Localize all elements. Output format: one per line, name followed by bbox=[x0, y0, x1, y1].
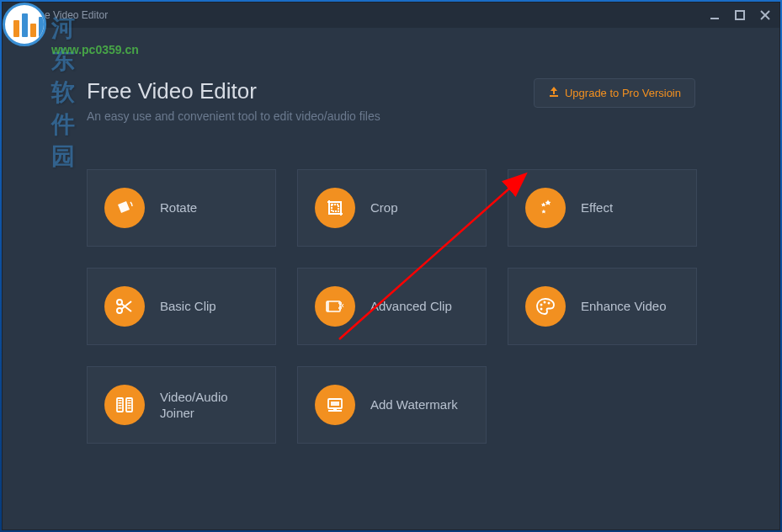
advanced-clip-tile[interactable]: Advanced Clip bbox=[297, 268, 487, 345]
svg-point-12 bbox=[117, 308, 122, 313]
svg-rect-30 bbox=[119, 407, 122, 409]
watermark-icon bbox=[315, 385, 355, 425]
upgrade-label: Upgrade to Pro Versioin bbox=[565, 87, 681, 99]
svg-rect-33 bbox=[128, 405, 131, 407]
svg-point-11 bbox=[117, 300, 122, 305]
page-subtitle: An easy use and convenient tool to edit … bbox=[87, 109, 695, 123]
crop-icon bbox=[315, 188, 355, 228]
svg-rect-34 bbox=[128, 407, 131, 409]
basic-clip-tile[interactable]: Basic Clip bbox=[87, 268, 276, 345]
svg-rect-31 bbox=[128, 400, 131, 402]
svg-rect-27 bbox=[119, 400, 122, 402]
svg-point-22 bbox=[544, 301, 546, 304]
tile-label: Advanced Clip bbox=[370, 298, 452, 315]
advanced-clip-icon bbox=[315, 286, 355, 327]
svg-marker-0 bbox=[13, 12, 19, 19]
rotate-tile[interactable]: Rotate bbox=[87, 169, 276, 247]
tile-label: Video/Audio Joiner bbox=[160, 389, 258, 422]
content-area: Free Video Editor An easy use and conven… bbox=[3, 28, 779, 529]
titlebar: Free Video Editor bbox=[3, 3, 779, 28]
scissors-icon bbox=[104, 286, 145, 327]
rotate-icon bbox=[104, 188, 145, 228]
svg-rect-2 bbox=[736, 11, 744, 19]
tile-label: Basic Clip bbox=[160, 298, 216, 315]
close-button[interactable] bbox=[758, 8, 773, 23]
crop-tile[interactable]: Crop bbox=[297, 169, 487, 247]
enhance-video-tile[interactable]: Enhance Video bbox=[508, 268, 697, 345]
upgrade-button[interactable]: Upgrade to Pro Versioin bbox=[534, 78, 695, 108]
maximize-button[interactable] bbox=[732, 8, 747, 23]
svg-rect-29 bbox=[119, 405, 122, 407]
minimize-button[interactable] bbox=[707, 8, 722, 23]
app-window: Free Video Editor 河东软件园 bbox=[2, 2, 780, 530]
svg-point-24 bbox=[540, 308, 543, 311]
upgrade-icon bbox=[548, 86, 560, 100]
svg-rect-6 bbox=[332, 205, 338, 211]
svg-rect-38 bbox=[333, 408, 337, 410]
app-icon bbox=[9, 8, 23, 22]
palette-icon bbox=[525, 286, 566, 327]
tile-label: Enhance Video bbox=[581, 298, 666, 315]
svg-point-21 bbox=[540, 304, 543, 306]
window-controls bbox=[707, 8, 773, 23]
tile-label: Effect bbox=[581, 200, 613, 216]
joiner-tile[interactable]: Video/Audio Joiner bbox=[87, 366, 276, 444]
tile-label: Add Watermark bbox=[370, 396, 458, 413]
tools-grid: Rotate Crop Effect Basic C bbox=[87, 169, 695, 444]
titlebar-title: Free Video Editor bbox=[29, 9, 108, 21]
svg-rect-1 bbox=[710, 18, 719, 19]
svg-point-23 bbox=[548, 302, 551, 305]
tile-label: Rotate bbox=[160, 200, 197, 216]
effect-icon bbox=[525, 188, 566, 228]
svg-rect-16 bbox=[327, 301, 329, 311]
joiner-icon bbox=[104, 385, 145, 425]
svg-rect-28 bbox=[119, 402, 122, 404]
svg-rect-37 bbox=[328, 410, 342, 412]
tile-label: Crop bbox=[370, 200, 398, 216]
effect-tile[interactable]: Effect bbox=[508, 169, 697, 247]
header-section: Free Video Editor An easy use and conven… bbox=[87, 78, 695, 123]
svg-rect-32 bbox=[128, 402, 131, 404]
svg-rect-36 bbox=[331, 402, 339, 406]
watermark-tile[interactable]: Add Watermark bbox=[297, 366, 487, 444]
